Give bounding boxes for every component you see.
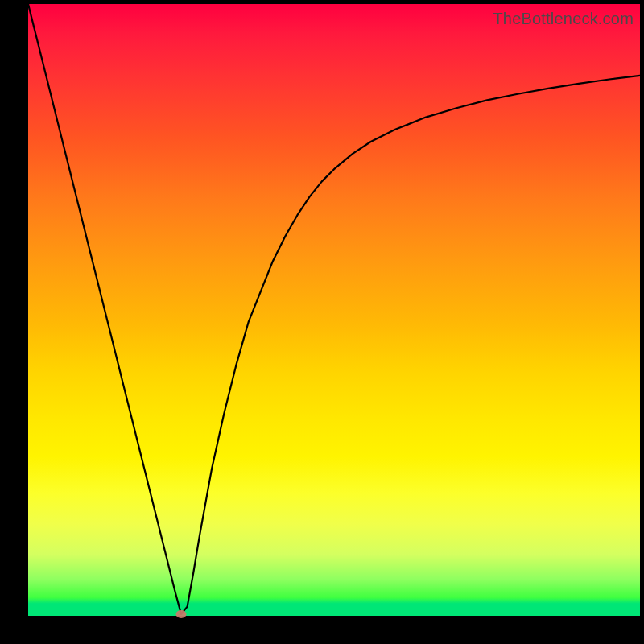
minimum-marker-dot	[176, 610, 187, 618]
attribution-label: TheBottleneck.com	[493, 10, 634, 28]
bottleneck-curve	[28, 4, 640, 616]
chart-plot-area: TheBottleneck.com	[28, 4, 640, 616]
